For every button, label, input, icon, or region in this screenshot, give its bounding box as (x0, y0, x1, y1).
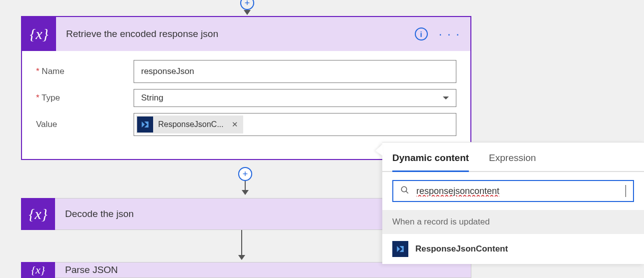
flow-connector (238, 230, 245, 260)
chevron-down-icon (443, 96, 449, 100)
card-header[interactable]: {x} Parse JSON (21, 262, 471, 278)
popup-search-wrap (382, 172, 644, 210)
card-title: Decode the json (65, 208, 134, 220)
field-label-name: * Name (36, 66, 134, 76)
arrow-icon (244, 10, 251, 15)
info-icon[interactable]: i (415, 28, 428, 40)
field-row-name: * Name (36, 60, 456, 83)
dynamic-token[interactable]: ResponseJsonC... ✕ (136, 116, 243, 134)
dynamic-content-item[interactable]: ResponseJsonContent (382, 234, 644, 264)
svg-point-0 (401, 186, 407, 192)
required-indicator: * (36, 93, 40, 102)
action-card-parse: {x} Parse JSON (21, 262, 471, 278)
card-actions: i · · · (415, 27, 460, 41)
card-title: Parse JSON (65, 264, 118, 276)
popup-item-label: ResponseJsonContent (415, 244, 508, 254)
arrow-line (245, 181, 246, 190)
variable-icon: {x} (21, 198, 55, 230)
token-remove-button[interactable]: ✕ (229, 120, 241, 129)
popup-search-box[interactable] (392, 180, 634, 202)
dataverse-icon (392, 241, 408, 257)
variable-icon: {x} (21, 262, 55, 278)
field-row-type: * Type String (36, 89, 456, 107)
flow-connector-top: + (240, 0, 254, 15)
arrow-icon (238, 255, 245, 260)
more-menu-icon[interactable]: · · · (439, 27, 460, 41)
token-label: ResponseJsonC... (158, 120, 224, 129)
flow-connector: + (238, 167, 252, 195)
dynamic-content-popup: Dynamic content Expression When a record… (382, 142, 644, 264)
add-step-button[interactable]: + (238, 167, 252, 181)
card-title-bar[interactable]: Retrieve the encoded response json i · ·… (56, 17, 470, 51)
add-step-button[interactable]: + (240, 0, 254, 10)
card-header: {x} Retrieve the encoded response json i… (22, 17, 470, 51)
field-row-value: Value ResponseJsonC... ✕ (36, 113, 456, 136)
type-select[interactable]: String (134, 89, 456, 107)
arrow-icon (242, 190, 249, 195)
card-title-bar: Parse JSON (55, 262, 471, 278)
required-indicator: * (36, 66, 40, 76)
field-label-type: * Type (36, 93, 134, 103)
name-input[interactable] (134, 60, 456, 83)
search-input[interactable] (416, 186, 625, 196)
search-icon (400, 186, 409, 196)
action-card-retrieve: {x} Retrieve the encoded response json i… (21, 16, 471, 160)
tab-dynamic-content[interactable]: Dynamic content (392, 152, 469, 172)
arrow-line (241, 230, 242, 255)
tab-expression[interactable]: Expression (489, 152, 536, 172)
text-caret (625, 185, 626, 197)
popup-tabs: Dynamic content Expression (382, 142, 644, 172)
variable-icon: {x} (22, 17, 56, 51)
popup-arrow-icon (375, 144, 383, 157)
popup-section-header: When a record is updated (382, 210, 644, 234)
card-title: Retrieve the encoded response json (66, 28, 218, 40)
card-body: * Name * Type String Value (22, 51, 470, 136)
svg-line-1 (406, 191, 408, 194)
value-input[interactable]: ResponseJsonC... ✕ (134, 113, 456, 136)
field-label-value: Value (36, 120, 134, 130)
dataverse-icon (137, 116, 153, 132)
